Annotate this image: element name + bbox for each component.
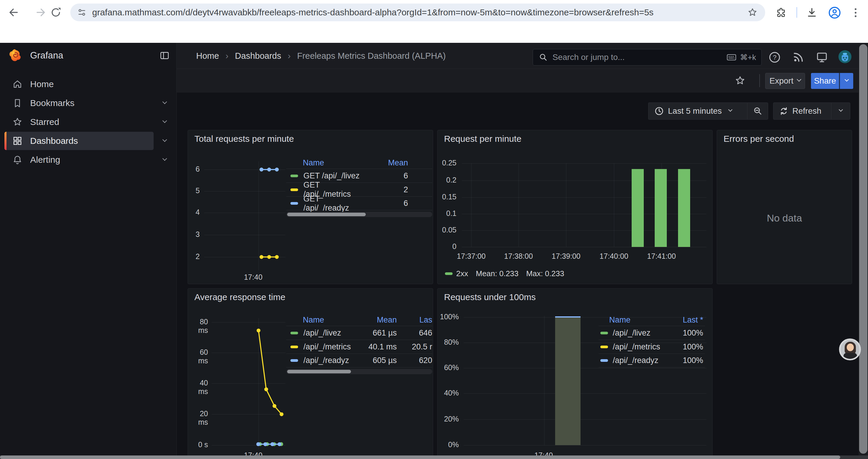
legend-row[interactable]: /api/_/metrics 100%: [598, 340, 705, 354]
share-dropdown-button[interactable]: [840, 73, 853, 89]
share-button[interactable]: Share: [811, 73, 839, 89]
panel-title[interactable]: Request per minute: [444, 134, 522, 144]
legend-row[interactable]: GET /api/_/readyz 6: [286, 196, 432, 210]
sidebar-dashboards-expand-icon[interactable]: [160, 136, 169, 145]
menu-kebab-icon[interactable]: [852, 6, 859, 19]
vertical-scrollbar[interactable]: [859, 43, 868, 459]
legend-row[interactable]: /api/_/metrics 40.1 ms 20.5 r: [286, 340, 432, 354]
legend-scrollbar[interactable]: [286, 369, 432, 374]
time-range-picker[interactable]: Last 5 minutes: [648, 102, 747, 120]
search-input[interactable]: [553, 53, 726, 62]
legend-max: Max: 0.233: [526, 269, 564, 278]
profile-icon[interactable]: [828, 6, 841, 20]
bell-icon: [12, 155, 23, 165]
y-tick: 0.2: [438, 176, 457, 184]
clock-icon: [654, 106, 664, 116]
series-name: /api/_/livez: [303, 328, 352, 338]
refresh-interval-dropdown[interactable]: [831, 102, 850, 120]
legend-row[interactable]: /api/_/livez 661 µs 646: [286, 326, 432, 340]
legend-header: Name Last *: [598, 314, 705, 326]
x-tick: 17:40: [236, 273, 271, 282]
sidebar-item-home[interactable]: Home: [4, 75, 154, 93]
col-mean[interactable]: Mean: [352, 316, 397, 325]
assistant-avatar[interactable]: [839, 338, 861, 360]
search-box[interactable]: ⌘+k: [533, 49, 762, 66]
panel-request-per-minute: Request per minute 0.25 0.2 0.15 0.1 0.0…: [437, 130, 713, 284]
y-tick: 2: [188, 252, 200, 261]
series-swatch: [290, 359, 298, 362]
back-icon[interactable]: [7, 6, 20, 19]
home-icon: [12, 79, 23, 89]
legend-scrollbar[interactable]: [286, 212, 432, 217]
dashboard-actions-bar: [177, 69, 859, 93]
collapse-sidebar-icon[interactable]: [159, 51, 170, 61]
grafana-logo[interactable]: [8, 49, 22, 62]
col-last[interactable]: Last *: [659, 316, 703, 325]
legend-table: Name Last * /api/_/livez 100% /api/_/met…: [598, 314, 705, 367]
col-name[interactable]: Name: [303, 158, 364, 167]
help-icon[interactable]: ?: [767, 50, 782, 65]
breadcrumb-dashboards[interactable]: Dashboards: [235, 51, 281, 61]
favorite-star-icon[interactable]: [735, 75, 745, 86]
panel-title[interactable]: Total requests per minute: [194, 134, 294, 144]
panel-title[interactable]: Errors per second: [723, 134, 794, 144]
panel-title[interactable]: Requests under 100ms: [444, 292, 536, 302]
zoom-out-button[interactable]: [747, 102, 768, 120]
sidebar-bookmarks-expand-icon[interactable]: [160, 98, 169, 108]
sidebar-starred-expand-icon[interactable]: [160, 117, 169, 127]
bookmark-icon: [12, 98, 23, 108]
user-avatar[interactable]: [837, 49, 852, 64]
y-tick: 0.15: [438, 193, 457, 201]
sidebar-item-dashboards[interactable]: Dashboards: [4, 132, 154, 150]
y-tick: 0%: [438, 440, 459, 449]
reload-icon[interactable]: [50, 6, 62, 19]
y-tick: 0.1: [438, 209, 457, 218]
series-mean: 661 µs: [352, 328, 397, 338]
download-icon[interactable]: [805, 6, 818, 19]
x-tick: 17:41:00: [641, 252, 682, 261]
series-swatch: [290, 202, 298, 205]
legend-row[interactable]: /api/_/readyz 605 µs 620: [286, 354, 432, 367]
browser-toolbar: grafana.mathmast.com/d/deytv4rwavabkb/fr…: [0, 0, 868, 25]
horizontal-scrollbar-thumb[interactable]: [0, 455, 840, 459]
screen: grafana.mathmast.com/d/deytv4rwavabkb/fr…: [0, 0, 868, 459]
legend-row[interactable]: /api/_/readyz 100%: [598, 354, 705, 367]
series-last: 620: [397, 356, 432, 365]
site-settings-icon[interactable]: [78, 8, 86, 17]
series-name: /api/_/readyz: [303, 356, 352, 365]
active-indicator: [4, 132, 6, 150]
col-last[interactable]: Las: [397, 316, 432, 325]
forward-icon[interactable]: [35, 6, 47, 19]
search-shortcut: ⌘+k: [740, 53, 756, 62]
horizontal-scrollbar[interactable]: [0, 455, 868, 459]
legend-row[interactable]: /api/_/livez 100%: [598, 326, 705, 340]
vertical-scrollbar-thumb[interactable]: [859, 44, 867, 454]
col-name[interactable]: Name: [609, 316, 659, 325]
y-tick: 80%: [438, 338, 459, 347]
sidebar-item-starred[interactable]: Starred: [4, 113, 154, 131]
monitor-icon[interactable]: [814, 50, 830, 65]
extensions-icon[interactable]: [775, 6, 788, 19]
breadcrumb-home[interactable]: Home: [196, 51, 219, 61]
panel-title[interactable]: Average response time: [194, 292, 285, 302]
col-name[interactable]: Name: [303, 316, 352, 325]
refresh-button[interactable]: Refresh: [773, 102, 831, 120]
legend-header: Name Mean Las: [286, 314, 432, 326]
url-bar[interactable]: grafana.mathmast.com/d/deytv4rwavabkb/fr…: [70, 4, 765, 21]
news-rss-icon[interactable]: [790, 50, 806, 65]
y-tick: 3: [188, 230, 200, 239]
export-button[interactable]: Export: [765, 73, 805, 89]
sidebar-brand[interactable]: Grafana: [30, 49, 63, 62]
bookmarks-bar: Freeleaps 收藏博客: [0, 25, 868, 43]
sidebar-item-label: Bookmarks: [30, 94, 74, 112]
x-tick: 17:40:00: [593, 252, 634, 261]
chevron-down-icon: [845, 77, 849, 81]
sidebar-alerting-expand-icon[interactable]: [160, 155, 169, 165]
svg-text:?: ?: [773, 54, 776, 61]
sidebar-item-alerting[interactable]: Alerting: [4, 151, 154, 169]
sidebar-item-bookmarks[interactable]: Bookmarks: [4, 94, 154, 112]
legend[interactable]: 2xx Mean: 0.233 Max: 0.233: [445, 269, 564, 278]
dashboards-grid-icon: [12, 136, 23, 146]
bookmark-star-icon[interactable]: [747, 7, 757, 18]
col-mean[interactable]: Mean: [364, 158, 408, 167]
